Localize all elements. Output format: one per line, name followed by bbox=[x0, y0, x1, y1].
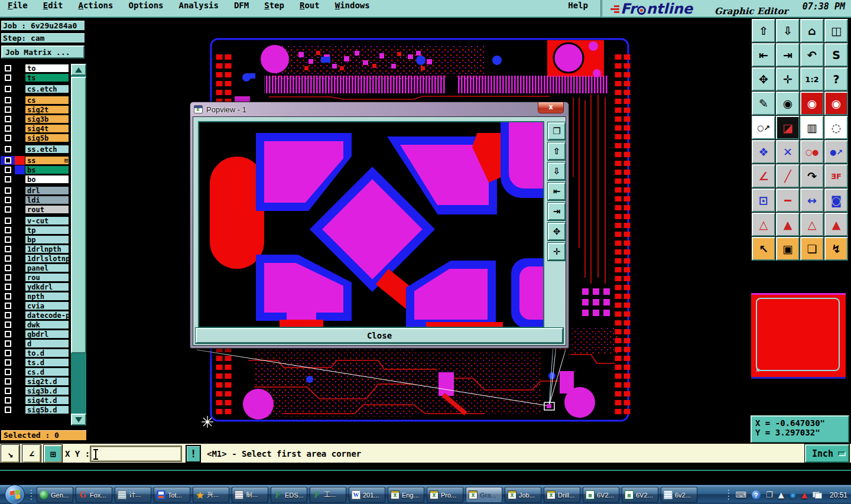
angle-snap-button[interactable]: ∠ bbox=[22, 445, 41, 463]
layer-checkbox[interactable] bbox=[1, 196, 15, 204]
layer-checkbox[interactable] bbox=[1, 165, 15, 174]
menu-actions[interactable]: Actions bbox=[70, 0, 121, 11]
layer-row-ss[interactable]: ss⊞ bbox=[1, 156, 69, 165]
highlight-net-b-button[interactable]: ◉ bbox=[824, 92, 848, 115]
layer-color-swatch[interactable] bbox=[15, 186, 25, 195]
home-view-button[interactable]: ⌂ bbox=[800, 19, 824, 43]
pop-zoom-fit-button[interactable]: ✥ bbox=[548, 223, 566, 240]
pop-pan-up-button[interactable]: ⇧ bbox=[548, 142, 566, 160]
line-measure-button[interactable]: ╱ bbox=[776, 164, 800, 188]
layer-checkbox[interactable] bbox=[1, 396, 15, 405]
help-button[interactable]: ? bbox=[824, 67, 848, 91]
display-tray-icon[interactable]: ▲ bbox=[801, 490, 807, 499]
alert-button[interactable]: ! bbox=[186, 445, 201, 463]
zoom-mode-button[interactable]: ↘ bbox=[1, 445, 20, 463]
start-button[interactable] bbox=[5, 485, 25, 504]
layer-row-ydkdrl[interactable]: ydkdrl bbox=[1, 282, 69, 291]
pan-left-button[interactable]: ⇤ bbox=[752, 43, 775, 67]
taskbar-item-6v2[interactable]: 6v2... bbox=[661, 487, 697, 503]
layer-checkbox[interactable] bbox=[1, 124, 15, 133]
layer-color-swatch[interactable] bbox=[15, 320, 25, 329]
copy-move-button[interactable]: ○↗ bbox=[752, 116, 775, 139]
layer-checkbox[interactable] bbox=[1, 205, 15, 214]
menu-edit[interactable]: Edit bbox=[35, 0, 71, 11]
height-probe-d-button[interactable]: ▲ bbox=[824, 213, 848, 236]
grid-toggle-button[interactable]: ⊞ bbox=[44, 445, 62, 463]
layer-color-swatch[interactable] bbox=[15, 396, 25, 405]
layer-color-swatch[interactable] bbox=[15, 254, 25, 263]
layer-checkbox[interactable] bbox=[1, 301, 15, 310]
stretch-trace-button[interactable]: ━ bbox=[776, 188, 800, 212]
layer-color-swatch[interactable] bbox=[15, 156, 25, 165]
layer-checkbox[interactable] bbox=[1, 96, 15, 105]
layer-color-swatch[interactable] bbox=[15, 264, 25, 272]
menu-file[interactable]: File bbox=[0, 0, 35, 11]
layer-checkbox[interactable] bbox=[1, 175, 15, 184]
layer-row-sig3b[interactable]: sig3b bbox=[1, 115, 69, 123]
layer-color-swatch[interactable] bbox=[15, 273, 25, 282]
menu-dfm[interactable]: DFM bbox=[226, 0, 256, 11]
taskbar-item-[interactable]: 制... bbox=[232, 487, 268, 503]
taskbar-item-[interactable]: ★兴... bbox=[193, 487, 229, 503]
layer-row-ss.etch[interactable]: ss.etch bbox=[1, 145, 69, 154]
layer-color-swatch[interactable] bbox=[15, 64, 25, 73]
layer-row-d[interactable]: d bbox=[1, 339, 69, 348]
taskbar-item-job[interactable]: xJob... bbox=[505, 487, 541, 503]
layer-row-dwk[interactable]: dwk bbox=[1, 320, 69, 329]
layer-row-bo[interactable]: bo bbox=[1, 175, 69, 184]
layer-checkbox[interactable] bbox=[1, 311, 15, 320]
popview-close-button[interactable]: Close bbox=[196, 328, 563, 343]
layer-row-cs[interactable]: cs bbox=[1, 96, 69, 105]
layer-checkbox[interactable] bbox=[1, 405, 15, 414]
layer-row-sig2t.d[interactable]: sig2t.d bbox=[1, 377, 69, 386]
taskbar-item-eds[interactable]: FEDS... bbox=[271, 487, 307, 503]
layer-row-v-cut[interactable]: v-cut bbox=[1, 216, 69, 225]
layer-checkbox[interactable] bbox=[1, 105, 15, 114]
layer-color-swatch[interactable] bbox=[15, 124, 25, 133]
layer-row-rou[interactable]: rou bbox=[1, 273, 69, 282]
layer-checkbox[interactable] bbox=[1, 84, 15, 93]
height-probe-b-button[interactable]: ▲ bbox=[776, 213, 800, 236]
pan-right-button[interactable]: ⇥ bbox=[776, 43, 800, 67]
menu-windows[interactable]: Windows bbox=[327, 0, 378, 11]
layer-color-swatch[interactable] bbox=[15, 386, 25, 395]
layer-color-swatch[interactable] bbox=[15, 245, 25, 253]
layer-color-swatch[interactable] bbox=[15, 339, 25, 348]
previous-view-button[interactable]: ↶ bbox=[800, 43, 824, 67]
layer-row-bs[interactable]: bs bbox=[1, 165, 69, 174]
layer-row-ldi[interactable]: ldi bbox=[1, 196, 69, 204]
layer-checkbox[interactable] bbox=[1, 235, 15, 244]
flash-tray-icon[interactable]: ◉ bbox=[790, 490, 796, 499]
dimension-width-button[interactable]: ↔ bbox=[800, 188, 824, 212]
layer-color-swatch[interactable] bbox=[15, 73, 25, 82]
layer-row-rout[interactable]: rout bbox=[1, 205, 69, 214]
layer-color-swatch[interactable] bbox=[15, 216, 25, 225]
popview-titlebar[interactable]: Popview - 1 bbox=[190, 102, 569, 116]
layer-row-sig3b.d[interactable]: sig3b.d bbox=[1, 386, 69, 395]
layer-checkbox[interactable] bbox=[1, 386, 15, 395]
layer-checkbox[interactable] bbox=[1, 330, 15, 339]
layer-row-cvia[interactable]: cvia bbox=[1, 301, 69, 310]
layer-color-swatch[interactable] bbox=[15, 349, 25, 357]
layer-checkbox[interactable] bbox=[1, 226, 15, 235]
layer-row-to[interactable]: to bbox=[1, 64, 69, 73]
taskbar-clock[interactable]: 20:51 bbox=[830, 491, 847, 499]
layer-color-swatch[interactable] bbox=[15, 226, 25, 235]
layer-color-swatch[interactable] bbox=[15, 134, 25, 142]
pop-pan-right-button[interactable]: ⇥ bbox=[548, 203, 566, 220]
taskbar-item-gen[interactable]: Gen... bbox=[37, 487, 73, 503]
layer-color-swatch[interactable] bbox=[15, 145, 25, 154]
select-polygon-button[interactable]: ❏ bbox=[800, 237, 824, 261]
taskbar-item-6v2[interactable]: ▦6V2... bbox=[583, 487, 619, 503]
layer-color-swatch[interactable] bbox=[15, 301, 25, 310]
layer-row-drl[interactable]: drl bbox=[1, 186, 69, 195]
layer-color-swatch[interactable] bbox=[15, 368, 25, 376]
menu-help[interactable]: Help bbox=[560, 0, 596, 11]
layer-row-cs.etch[interactable]: cs.etch bbox=[1, 84, 69, 93]
rotate-arc-button[interactable]: ↷ bbox=[800, 164, 824, 188]
angle-measure-button[interactable]: ∠ bbox=[752, 164, 775, 188]
layer-row-ts[interactable]: ts bbox=[1, 73, 69, 82]
taskbar-item-201[interactable]: W201... bbox=[349, 487, 385, 503]
layer-color-swatch[interactable] bbox=[15, 377, 25, 386]
layer-row-1drlslotnpth[interactable]: 1drlslotnpth bbox=[1, 254, 69, 263]
